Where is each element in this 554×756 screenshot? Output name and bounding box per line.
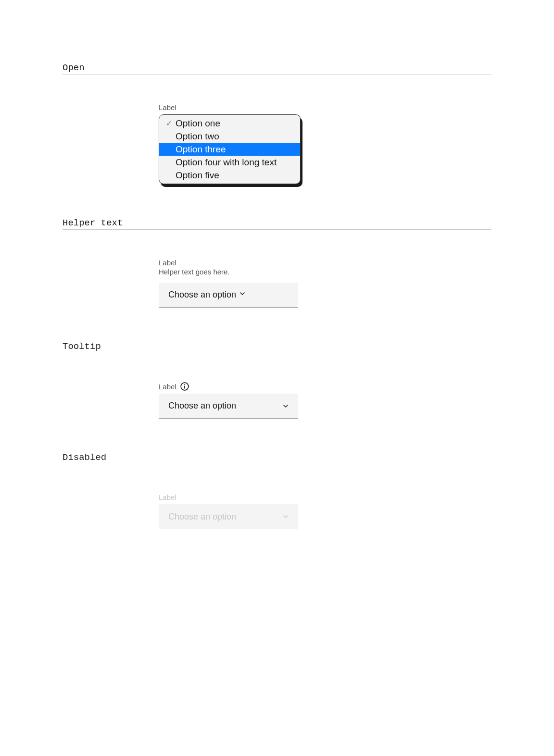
select-placeholder: Choose an option [168,290,236,299]
select-label: Label [159,103,176,112]
helper-text: Helper text goes here. [159,268,298,276]
svg-rect-2 [184,384,185,385]
chevron-down-icon [282,402,290,410]
option-label: Option five [176,170,219,181]
svg-rect-1 [184,386,185,389]
example-tooltip: Label Choose an option [159,382,298,419]
option-label: Option two [176,131,219,142]
select-label: Label [159,382,189,391]
select-option[interactable]: Option five [159,169,300,182]
chevron-down-icon [282,513,290,521]
select-button[interactable]: Choose an option [159,283,298,308]
example-open: Label ✓Option oneOption twoOption threeO… [159,103,298,184]
select-option[interactable]: Option two [159,130,300,143]
option-label: Option four with long text [176,157,277,168]
select-placeholder: Choose an option [168,401,236,411]
select-placeholder: Choose an option [168,512,236,522]
checkmark-icon: ✓ [166,119,176,128]
example-helper: Label Helper text goes here. Choose an o… [159,259,298,308]
option-label: Option one [176,118,220,129]
select-option[interactable]: Option four with long text [159,156,300,169]
select-label: Label [159,493,176,501]
select-dropdown[interactable]: ✓Option oneOption twoOption threeOption … [159,114,301,184]
section-tooltip: Tooltip Label Choose an option [63,341,491,419]
info-icon[interactable] [180,382,189,391]
example-disabled: Label Choose an option [159,493,298,529]
select-option[interactable]: ✓Option one [159,117,300,130]
section-disabled: Disabled Label Choose an option [63,452,491,529]
chevron-down-icon [239,290,246,297]
select-option[interactable]: Option three [159,143,300,156]
option-label: Option three [176,144,226,155]
section-open: Open Label ✓Option oneOption twoOption t… [63,62,491,184]
section-heading-helper: Helper text [63,218,491,230]
select-label-text: Label [159,383,176,391]
section-heading-open: Open [63,62,491,74]
section-heading-disabled: Disabled [63,452,491,464]
select-button-disabled: Choose an option [159,504,298,529]
section-helper-text: Helper text Label Helper text goes here.… [63,218,491,308]
select-button[interactable]: Choose an option [159,394,298,419]
section-heading-tooltip: Tooltip [63,341,491,353]
select-label: Label [159,259,298,267]
